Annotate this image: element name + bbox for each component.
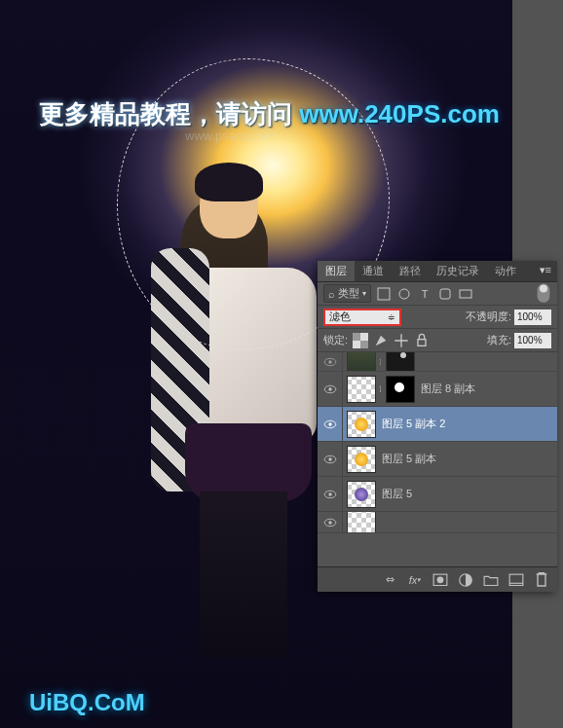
- layer-name[interactable]: 图层 5 副本: [382, 452, 436, 466]
- person-skirt: [185, 423, 312, 501]
- layer-mask[interactable]: [386, 352, 415, 372]
- fill-value-input[interactable]: 100%: [514, 333, 551, 348]
- promo-text: 更多精品教程，请访问 www.240PS.com: [39, 97, 500, 131]
- layer-name[interactable]: 图层 5: [382, 487, 412, 501]
- lock-all-icon[interactable]: [414, 333, 430, 348]
- svg-point-13: [328, 387, 331, 390]
- filter-smart-icon[interactable]: [458, 286, 473, 302]
- fill-label: 填充:: [487, 333, 511, 347]
- blend-mode-dropdown[interactable]: 滤色 ≑: [323, 309, 401, 326]
- watermark-bottom: UiBQ.CoM: [29, 689, 145, 716]
- visibility-toggle[interactable]: [318, 352, 343, 372]
- tab-history[interactable]: 历史记录: [429, 261, 487, 281]
- layer-row[interactable]: 图层 5 副本 2: [318, 407, 557, 442]
- layer-mask[interactable]: [386, 376, 415, 403]
- layer-row[interactable]: ⁞ 图层 8 副本: [318, 372, 557, 407]
- lock-pixels-icon[interactable]: [373, 333, 389, 348]
- svg-point-17: [328, 457, 331, 460]
- fill-control: 填充: 100%: [487, 333, 551, 348]
- filter-pixel-icon[interactable]: [376, 286, 392, 302]
- tab-channels[interactable]: 通道: [355, 261, 392, 281]
- layer-thumb[interactable]: [347, 376, 376, 403]
- svg-rect-25: [509, 574, 523, 585]
- chevron-updown-icon: ≑: [388, 312, 395, 322]
- blend-mode-value: 滤色: [329, 309, 351, 324]
- visibility-toggle[interactable]: [318, 407, 343, 442]
- filter-kind-dropdown[interactable]: ⌕ 类型 ▾: [323, 284, 371, 303]
- visibility-toggle[interactable]: [318, 442, 343, 477]
- filter-adjust-icon[interactable]: [396, 286, 412, 302]
- tab-actions[interactable]: 动作: [487, 261, 524, 281]
- svg-point-15: [328, 422, 331, 425]
- new-layer-icon[interactable]: [508, 572, 524, 588]
- group-icon[interactable]: [483, 572, 499, 588]
- mask-link-icon[interactable]: ⁞: [376, 384, 384, 394]
- layer-row[interactable]: ⁞: [318, 352, 557, 372]
- opacity-control: 不透明度: 100%: [466, 309, 551, 325]
- layer-row[interactable]: [318, 512, 557, 533]
- search-icon: ⌕: [328, 288, 335, 300]
- mask-icon[interactable]: [432, 572, 448, 588]
- panel-footer: ⇔ fx▾: [318, 566, 557, 592]
- tab-layers[interactable]: 图层: [318, 261, 355, 281]
- layers-panel: 图层 通道 路径 历史记录 动作 ▾≡ ⌕ 类型 ▾ T 滤色 ≑ 不透明度: …: [318, 261, 557, 592]
- trash-icon[interactable]: [534, 572, 549, 588]
- svg-rect-2: [440, 289, 450, 299]
- svg-rect-9: [418, 339, 426, 346]
- svg-point-1: [399, 289, 409, 299]
- layer-row[interactable]: 图层 5 副本: [318, 442, 557, 477]
- blend-row: 滤色 ≑ 不透明度: 100%: [318, 306, 557, 329]
- visibility-toggle[interactable]: [318, 477, 343, 512]
- svg-point-11: [328, 360, 331, 363]
- svg-rect-8: [353, 341, 360, 348]
- mask-link-icon[interactable]: ⁞: [376, 357, 384, 367]
- layer-row[interactable]: 图层 5: [318, 477, 557, 512]
- svg-point-5: [540, 285, 547, 293]
- promo-url: www.240PS.com: [299, 99, 500, 128]
- filter-type-icon[interactable]: T: [417, 286, 432, 302]
- link-layers-icon[interactable]: ⇔: [382, 572, 397, 588]
- panel-tabs: 图层 通道 路径 历史记录 动作 ▾≡: [318, 261, 557, 282]
- svg-rect-7: [360, 333, 368, 341]
- visibility-toggle[interactable]: [318, 372, 343, 407]
- svg-rect-3: [460, 290, 471, 298]
- layer-name[interactable]: 图层 5 副本 2: [382, 417, 445, 431]
- promo-zh: 更多精品教程，请访问: [39, 99, 299, 128]
- person-hat: [195, 163, 263, 201]
- svg-rect-0: [378, 288, 390, 300]
- chevron-down-icon: ▾: [362, 289, 366, 298]
- layer-thumb[interactable]: [347, 446, 376, 473]
- layer-thumb[interactable]: [347, 352, 376, 372]
- layer-thumb[interactable]: [347, 411, 376, 438]
- filter-shape-icon[interactable]: [437, 286, 453, 302]
- panel-menu-icon[interactable]: ▾≡: [534, 261, 557, 281]
- svg-point-19: [328, 492, 331, 495]
- layer-name[interactable]: 图层 8 副本: [421, 382, 475, 396]
- lock-transparency-icon[interactable]: [353, 333, 368, 348]
- layer-list: ⁞ ⁞ 图层 8 副本 图层 5 副本 2 图层 5 副本 图层 5: [318, 352, 557, 564]
- svg-point-23: [437, 576, 444, 583]
- layer-thumb[interactable]: [347, 481, 376, 508]
- opacity-value-input[interactable]: 100%: [514, 309, 551, 325]
- layer-filter-row: ⌕ 类型 ▾ T: [318, 282, 557, 306]
- lock-label: 锁定:: [323, 333, 348, 347]
- lock-row: 锁定: 填充: 100%: [318, 329, 557, 352]
- fx-icon[interactable]: fx▾: [407, 572, 423, 588]
- visibility-toggle[interactable]: [318, 512, 343, 533]
- watermark-small: www.psanz.com: [185, 128, 277, 143]
- layer-thumb[interactable]: [347, 512, 376, 533]
- svg-point-21: [328, 521, 331, 524]
- filter-toggle-icon[interactable]: [536, 286, 551, 302]
- opacity-label: 不透明度:: [466, 309, 511, 324]
- tab-paths[interactable]: 路径: [392, 261, 429, 281]
- filter-kind-label: 类型: [338, 286, 359, 301]
- adjustment-icon[interactable]: [458, 572, 473, 588]
- lock-position-icon[interactable]: [394, 333, 409, 348]
- person-legs: [200, 491, 287, 657]
